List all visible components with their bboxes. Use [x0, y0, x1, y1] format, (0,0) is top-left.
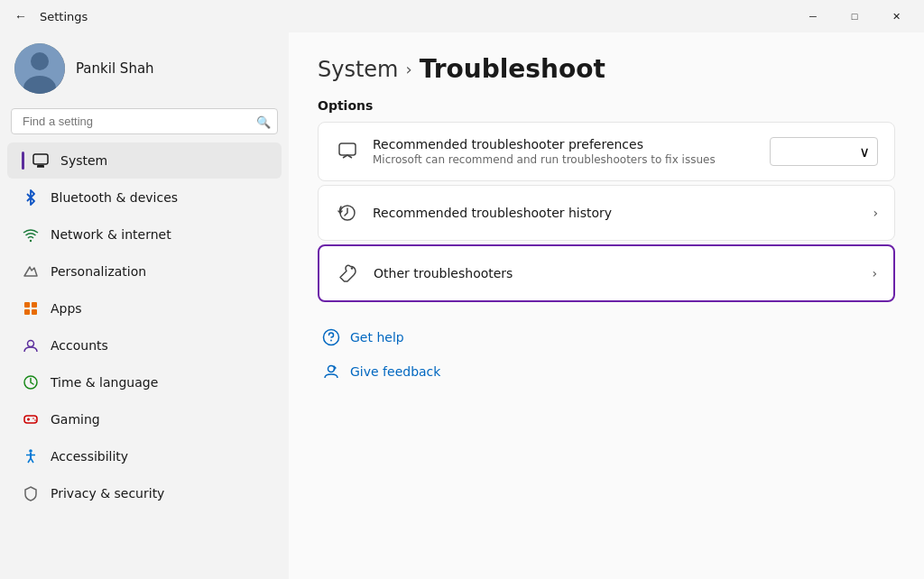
active-indicator — [22, 152, 24, 170]
section-title: Options — [318, 98, 895, 113]
accessibility-icon — [22, 447, 40, 465]
recommended-prefs-text: Recommended troubleshooter preferences M… — [373, 137, 770, 166]
get-help-icon — [321, 327, 341, 347]
recommended-history-text: Recommended troubleshooter history — [373, 206, 873, 220]
sidebar: Pankil Shah 🔍 System — [0, 32, 289, 579]
avatar — [14, 43, 65, 94]
sidebar-item-accessibility[interactable]: Accessibility — [7, 438, 282, 474]
nav-list: System Bluetooth & devices — [0, 142, 289, 512]
breadcrumb-system[interactable]: System — [318, 57, 399, 82]
sidebar-item-system[interactable]: System — [7, 142, 282, 179]
sidebar-item-apps[interactable]: Apps — [7, 290, 282, 326]
prefs-dropdown[interactable]: ∨ — [770, 137, 878, 166]
profile-section[interactable]: Pankil Shah — [0, 32, 289, 108]
recommended-prefs-row[interactable]: Recommended troubleshooter preferences M… — [319, 123, 894, 180]
breadcrumb: System › Troubleshoot — [318, 54, 895, 84]
system-icon — [32, 152, 50, 170]
recommended-prefs-title: Recommended troubleshooter preferences — [373, 137, 770, 152]
get-help-label: Get help — [350, 330, 404, 345]
recommended-prefs-card: Recommended troubleshooter preferences M… — [318, 122, 895, 181]
svg-point-28 — [328, 366, 335, 372]
main-layout: Pankil Shah 🔍 System — [0, 32, 924, 579]
search-box: 🔍 — [11, 108, 278, 134]
chat-icon — [335, 139, 360, 164]
breadcrumb-page: Troubleshoot — [420, 54, 605, 84]
wrench-icon — [336, 261, 361, 286]
maximize-button[interactable]: □ — [834, 2, 875, 31]
svg-rect-3 — [33, 154, 48, 164]
svg-rect-8 — [32, 302, 37, 308]
search-input[interactable] — [11, 108, 278, 134]
titlebar-title: Settings — [40, 10, 88, 23]
svg-rect-23 — [339, 143, 356, 155]
give-feedback-link[interactable]: Give feedback — [318, 354, 895, 389]
svg-point-27 — [330, 340, 332, 342]
other-troubleshooters-title: Other troubleshooters — [374, 266, 872, 280]
sidebar-label-personalization: Personalization — [51, 264, 146, 279]
give-feedback-icon — [321, 362, 341, 381]
svg-point-11 — [28, 341, 34, 347]
give-feedback-label: Give feedback — [350, 364, 440, 379]
svg-rect-10 — [32, 309, 37, 315]
sidebar-label-bluetooth: Bluetooth & devices — [51, 190, 178, 205]
sidebar-item-time[interactable]: Time & language — [7, 364, 282, 400]
svg-point-17 — [34, 419, 36, 421]
content-area: System › Troubleshoot Options Recommende… — [289, 32, 924, 579]
titlebar-left: ← Settings — [11, 7, 88, 25]
sidebar-label-system: System — [60, 153, 107, 168]
apps-icon — [22, 299, 40, 317]
other-right: › — [872, 266, 877, 280]
svg-point-1 — [31, 52, 49, 70]
chevron-down-icon: ∨ — [859, 143, 870, 161]
time-icon — [22, 373, 40, 391]
svg-point-25 — [351, 267, 353, 269]
svg-line-21 — [28, 458, 31, 463]
accounts-icon — [22, 336, 40, 354]
personalization-icon — [22, 262, 40, 280]
other-troubleshooters-text: Other troubleshooters — [374, 266, 872, 280]
sidebar-item-personalization[interactable]: Personalization — [7, 253, 282, 290]
svg-rect-7 — [24, 302, 30, 308]
bluetooth-icon — [22, 188, 40, 207]
window-controls: ─ □ ✕ — [792, 2, 917, 31]
recommended-history-row[interactable]: Recommended troubleshooter history › — [319, 186, 894, 240]
sidebar-label-time: Time & language — [51, 375, 158, 390]
get-help-link[interactable]: Get help — [318, 320, 895, 354]
sidebar-item-bluetooth[interactable]: Bluetooth & devices — [7, 179, 282, 216]
svg-line-22 — [31, 458, 33, 463]
svg-point-6 — [30, 240, 32, 242]
back-button[interactable]: ← — [11, 7, 31, 25]
minimize-button[interactable]: ─ — [792, 2, 834, 31]
dropdown-area: ∨ — [770, 137, 878, 166]
svg-rect-13 — [24, 416, 37, 423]
history-right: › — [873, 206, 878, 220]
sidebar-label-network: Network & internet — [51, 227, 171, 242]
links-section: Get help Give feedback — [318, 320, 895, 389]
gaming-icon — [22, 410, 40, 428]
other-troubleshooters-row[interactable]: Other troubleshooters › — [318, 244, 895, 302]
breadcrumb-separator: › — [406, 60, 412, 78]
sidebar-label-apps: Apps — [51, 301, 82, 316]
sidebar-label-accessibility: Accessibility — [51, 449, 128, 464]
titlebar: ← Settings ─ □ ✕ — [0, 0, 924, 32]
sidebar-item-gaming[interactable]: Gaming — [7, 401, 282, 437]
network-icon — [22, 225, 40, 244]
chevron-right-icon: › — [873, 206, 878, 220]
recommended-history-card: Recommended troubleshooter history › — [318, 185, 895, 241]
close-button[interactable]: ✕ — [875, 2, 917, 31]
privacy-icon — [22, 484, 40, 502]
other-chevron-right-icon: › — [872, 266, 877, 280]
svg-point-16 — [32, 418, 34, 419]
svg-rect-9 — [24, 309, 30, 315]
history-icon — [335, 200, 360, 225]
profile-name: Pankil Shah — [76, 60, 154, 77]
sidebar-item-accounts[interactable]: Accounts — [7, 327, 282, 363]
sidebar-label-gaming: Gaming — [51, 412, 100, 427]
sidebar-label-privacy: Privacy & security — [51, 486, 164, 501]
sidebar-item-network[interactable]: Network & internet — [7, 216, 282, 253]
sidebar-item-privacy[interactable]: Privacy & security — [7, 475, 282, 511]
recommended-prefs-subtitle: Microsoft can recommend and run troubles… — [373, 153, 770, 166]
svg-point-18 — [29, 449, 32, 453]
recommended-history-title: Recommended troubleshooter history — [373, 206, 873, 220]
sidebar-label-accounts: Accounts — [51, 338, 108, 353]
